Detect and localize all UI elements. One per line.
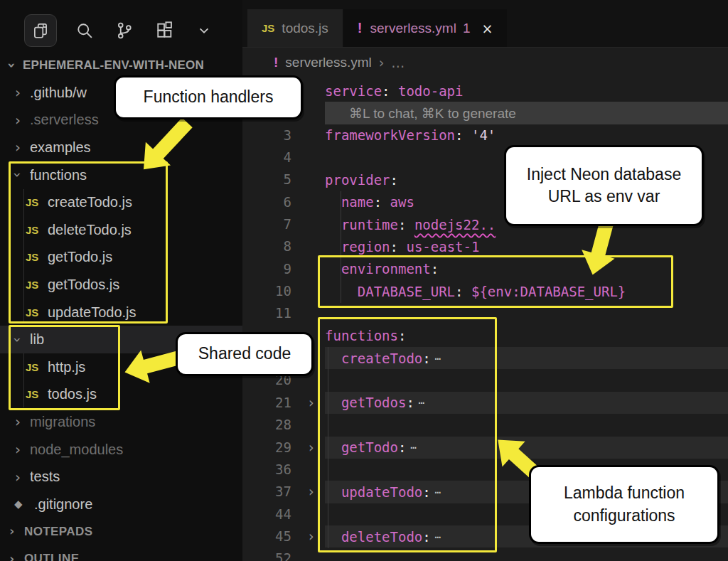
close-icon[interactable]: × — [482, 21, 493, 36]
fold-gutter — [291, 191, 325, 213]
tree-item-node-modules[interactable]: ›node_modules — [0, 436, 242, 464]
line-number: 10 — [242, 280, 291, 302]
line-number: 5 — [242, 169, 291, 191]
vscode-window: › EPHEMERAL-ENV-WITH-NEON ›.github/w›.se… — [0, 0, 728, 561]
highlight-lib-folder — [9, 325, 120, 410]
line-number: 21 — [242, 392, 291, 414]
breadcrumb[interactable]: ! serverless.yml › … — [242, 48, 728, 77]
tree-item-label: .github/w — [30, 85, 87, 101]
tree-item-migrations[interactable]: ›migrations — [0, 408, 242, 436]
sidebar-section-notepads[interactable]: ›NOTEPADS — [0, 518, 242, 546]
breadcrumb-file: serverless.yml — [285, 55, 371, 70]
callout-text: Lambda function — [564, 482, 685, 504]
arrow-down-left-icon — [129, 111, 200, 182]
line-number: 44 — [242, 503, 291, 525]
line-number: 7 — [242, 213, 291, 235]
breadcrumb-separator-icon: › — [379, 55, 385, 70]
highlight-functions-block — [318, 317, 497, 552]
fold-gutter — [291, 146, 325, 169]
yaml-alert-icon: ! — [274, 55, 278, 70]
chevron-right-icon: › — [6, 525, 18, 538]
line-number: 3 — [242, 124, 291, 146]
chevron-right-icon: › — [11, 140, 24, 154]
callout-lambda-config: Lambda function configurations — [529, 465, 719, 544]
tree-item-label: OUTLINE — [24, 552, 79, 561]
chevron-right-icon: › — [11, 415, 24, 429]
explorer-icon[interactable] — [24, 14, 57, 47]
callout-text: configurations — [573, 505, 675, 527]
search-icon[interactable] — [73, 18, 97, 43]
code-text: frameworkVersion: '4' — [325, 124, 728, 146]
callout-text: Function handlers — [144, 86, 274, 108]
line-number: 45 — [242, 525, 291, 547]
git-file-icon: ◆ — [14, 498, 34, 511]
fold-gutter — [291, 169, 325, 191]
line-number: 28 — [242, 414, 291, 436]
tree-item-label: NOTEPADS — [24, 525, 92, 539]
callout-text: URL as env var — [548, 186, 660, 208]
tab-todos-js[interactable]: JS todos.js — [247, 9, 343, 47]
highlight-functions-folder — [9, 161, 168, 324]
fold-gutter — [291, 213, 325, 235]
project-root-label: EPHEMERAL-ENV-WITH-NEON — [23, 58, 204, 73]
chevron-right-icon: › — [11, 85, 24, 100]
sidebar-section-outline[interactable]: ›OUTLINE — [0, 545, 242, 561]
line-number: 37 — [242, 481, 291, 503]
callout-text: Shared code — [198, 343, 291, 365]
callout-function-handlers: Function handlers — [114, 75, 303, 119]
tree-item-examples[interactable]: ›examples — [0, 134, 242, 161]
code-line[interactable]: service: todo-api — [242, 80, 728, 102]
more-views-icon[interactable] — [192, 18, 216, 43]
tab-label: todos.js — [282, 21, 328, 36]
line-number: 4 — [242, 146, 291, 169]
tab-modified-badge: 1 — [463, 21, 471, 36]
callout-text: Inject Neon database — [527, 164, 681, 186]
tree-item-label: node_modules — [30, 442, 123, 458]
ai-hint-bar: ⌘L to chat, ⌘K to generate — [325, 102, 728, 124]
js-icon: JS — [262, 22, 274, 34]
callout-inject-neon: Inject Neon database URL as env var — [504, 145, 704, 226]
activity-bar — [0, 10, 242, 51]
yaml-alert-icon: ! — [358, 20, 363, 36]
tree-item-label: tests — [30, 469, 60, 485]
chevron-right-icon: › — [11, 113, 24, 127]
line-number: 9 — [242, 258, 291, 280]
tree-item-label: examples — [30, 139, 91, 156]
chevron-right-icon: › — [6, 553, 18, 561]
tree-item-gitignore[interactable]: ◆.gitignore — [0, 491, 242, 518]
chevron-down-icon: › — [5, 59, 19, 72]
code-line[interactable]: ⌘L to chat, ⌘K to generate — [242, 102, 728, 124]
line-number: 11 — [242, 302, 291, 324]
tree-item-label: migrations — [30, 414, 95, 430]
code-line[interactable]: 3frameworkVersion: '4' — [242, 124, 728, 146]
line-number: 6 — [242, 191, 291, 213]
tab-label: serverless.yml — [370, 21, 456, 36]
source-control-icon[interactable] — [112, 18, 136, 43]
code-text: service: todo-api — [325, 80, 728, 102]
breadcrumb-ellipsis: … — [391, 55, 405, 70]
chevron-right-icon: › — [11, 442, 24, 456]
tab-serverless-yml[interactable]: ! serverless.yml 1 × — [343, 9, 508, 47]
callout-shared-code: Shared code — [176, 332, 314, 376]
extensions-icon[interactable] — [152, 18, 176, 43]
line-number: 29 — [242, 437, 291, 459]
line-number: 8 — [242, 235, 291, 257]
tree-item-label: .serverless — [30, 112, 99, 128]
line-number: 36 — [242, 459, 291, 481]
chevron-right-icon: › — [11, 470, 24, 484]
fold-gutter — [291, 124, 325, 146]
tree-item-label: .gitignore — [34, 496, 92, 513]
tree-item-tests[interactable]: ›tests — [0, 463, 242, 491]
line-number: 52 — [242, 547, 291, 561]
tab-bar: JS todos.js ! serverless.yml 1 × — [242, 0, 728, 48]
